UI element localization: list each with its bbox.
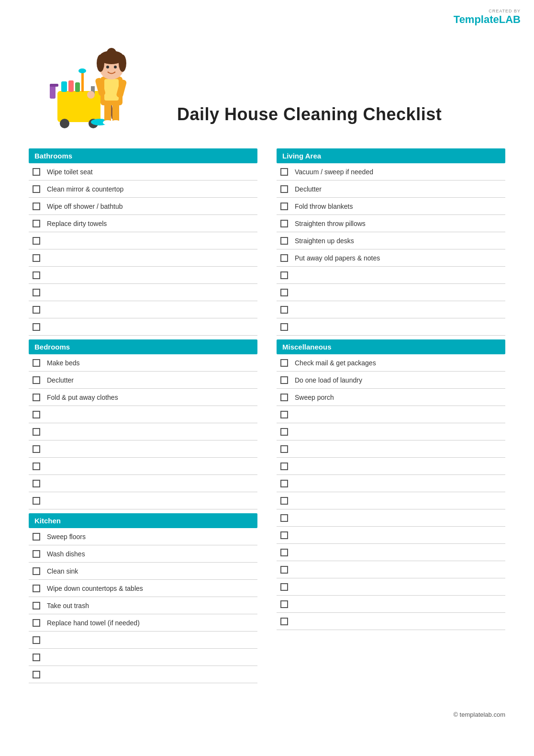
checkbox[interactable] xyxy=(280,306,288,314)
list-item: Replace dirty towels xyxy=(29,215,257,232)
list-item: Take out trash xyxy=(29,597,257,614)
checkbox[interactable] xyxy=(280,359,288,367)
checkbox[interactable] xyxy=(33,567,40,575)
checkbox[interactable] xyxy=(280,271,288,279)
list-item xyxy=(277,613,505,630)
checkbox[interactable] xyxy=(33,220,40,227)
list-item xyxy=(277,527,505,544)
page-title-area: Daily House Cleaning Checklist xyxy=(158,104,505,139)
checkbox[interactable] xyxy=(280,428,288,436)
checkbox[interactable] xyxy=(33,185,40,193)
checkbox[interactable] xyxy=(280,237,288,245)
item-text: Clean sink xyxy=(47,567,78,575)
svg-point-19 xyxy=(107,48,116,57)
list-item xyxy=(29,458,257,475)
svg-rect-6 xyxy=(104,103,111,122)
checkbox[interactable] xyxy=(280,497,288,505)
list-item: Wipe off shower / bathtub xyxy=(29,198,257,215)
checkbox[interactable] xyxy=(33,428,40,436)
checkbox[interactable] xyxy=(280,254,288,262)
list-item: Wipe toilet seat xyxy=(29,163,257,181)
checkbox[interactable] xyxy=(33,497,40,505)
list-item xyxy=(29,301,257,318)
checkbox[interactable] xyxy=(280,168,288,176)
svg-point-26 xyxy=(78,68,86,73)
item-text: Wipe toilet seat xyxy=(47,168,93,176)
checkbox[interactable] xyxy=(280,185,288,193)
logo-text: TemplateLAB xyxy=(454,13,521,25)
checkbox[interactable] xyxy=(280,323,288,331)
checkbox[interactable] xyxy=(33,445,40,453)
list-item: Straighten throw pillows xyxy=(277,215,505,232)
section-bedrooms: Bedrooms Make beds Declutter Fold & put … xyxy=(29,339,257,509)
checkbox[interactable] xyxy=(280,203,288,210)
checkbox[interactable] xyxy=(33,636,40,644)
list-item xyxy=(29,632,257,649)
item-text: Sweep floors xyxy=(47,533,86,541)
item-text: Check mail & get packages xyxy=(295,359,376,367)
list-item xyxy=(277,267,505,284)
list-item xyxy=(277,458,505,475)
checkbox[interactable] xyxy=(33,203,40,210)
list-item xyxy=(277,578,505,596)
checkbox[interactable] xyxy=(33,411,40,418)
checkbox[interactable] xyxy=(33,359,40,367)
item-text: Wipe down countertops & tables xyxy=(47,585,143,592)
checkbox[interactable] xyxy=(33,394,40,401)
checkbox[interactable] xyxy=(280,289,288,296)
list-item: Put away old papers & notes xyxy=(277,249,505,267)
item-text: Sweep porch xyxy=(295,394,334,401)
checkbox[interactable] xyxy=(280,463,288,470)
checkbox[interactable] xyxy=(33,254,40,262)
list-item: Replace hand towel (if needed) xyxy=(29,614,257,632)
checkbox[interactable] xyxy=(280,394,288,401)
checkbox[interactable] xyxy=(33,550,40,558)
section-bathrooms: Bathrooms Wipe toilet seat Clean mirror … xyxy=(29,148,257,336)
list-item: Declutter xyxy=(277,181,505,198)
checkbox[interactable] xyxy=(33,671,40,678)
checkbox[interactable] xyxy=(33,306,40,314)
checkbox[interactable] xyxy=(33,654,40,661)
checkbox[interactable] xyxy=(33,237,40,245)
checkbox[interactable] xyxy=(280,376,288,384)
checkbox[interactable] xyxy=(33,619,40,627)
checkbox[interactable] xyxy=(280,220,288,227)
item-text: Put away old papers & notes xyxy=(295,254,380,262)
checkbox[interactable] xyxy=(33,271,40,279)
checkbox[interactable] xyxy=(280,514,288,522)
item-text: Wash dishes xyxy=(47,550,85,558)
checkbox[interactable] xyxy=(33,602,40,609)
svg-point-2 xyxy=(60,119,69,128)
item-text: Declutter xyxy=(47,376,74,384)
checkbox[interactable] xyxy=(33,289,40,296)
checkbox[interactable] xyxy=(280,566,288,574)
list-item xyxy=(277,423,505,440)
checkbox[interactable] xyxy=(280,531,288,539)
checkbox[interactable] xyxy=(280,583,288,591)
checkbox[interactable] xyxy=(280,600,288,608)
list-item: Wash dishes xyxy=(29,545,257,563)
checkbox[interactable] xyxy=(33,323,40,331)
svg-rect-22 xyxy=(61,81,67,92)
checkbox[interactable] xyxy=(280,445,288,453)
section-header-kitchen: Kitchen xyxy=(29,513,257,528)
checkbox[interactable] xyxy=(280,411,288,418)
item-text: Straighten throw pillows xyxy=(295,220,366,227)
section-miscellaneous: Miscellaneous Check mail & get packages … xyxy=(277,339,505,630)
item-text: Replace hand towel (if needed) xyxy=(47,619,140,627)
checkbox[interactable] xyxy=(33,533,40,541)
checkbox[interactable] xyxy=(280,480,288,487)
checkbox[interactable] xyxy=(33,168,40,176)
checkbox[interactable] xyxy=(280,549,288,556)
checkbox[interactable] xyxy=(280,618,288,625)
checkbox[interactable] xyxy=(33,376,40,384)
list-item xyxy=(29,666,257,683)
logo-area: CREATED BY TemplateLAB xyxy=(454,9,521,26)
list-item: Straighten up desks xyxy=(277,232,505,249)
checkbox[interactable] xyxy=(33,585,40,592)
logo-template: Template xyxy=(454,13,499,25)
checkbox[interactable] xyxy=(33,463,40,470)
item-text: Make beds xyxy=(47,359,79,367)
checkbox[interactable] xyxy=(33,480,40,487)
item-text: Replace dirty towels xyxy=(47,220,107,227)
